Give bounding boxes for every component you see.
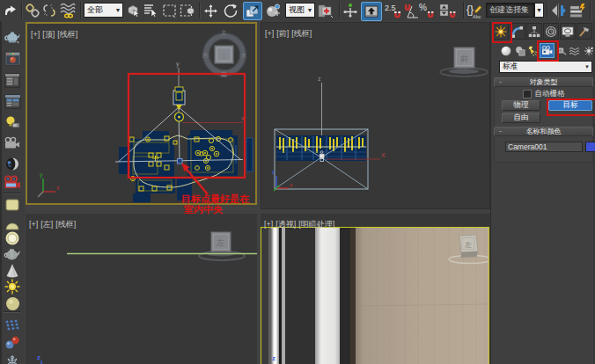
select-and-manipulate-icon[interactable] — [265, 3, 283, 18]
axis-tripod: y x — [38, 171, 60, 197]
chevron-down-icon[interactable]: ▼ — [534, 3, 544, 18]
viewport-menu-plus[interactable]: [+] — [29, 220, 38, 229]
select-and-rotate-icon[interactable] — [223, 3, 239, 18]
snap-toggle-2.5d-icon[interactable]: 2.5 — [384, 3, 403, 18]
bone-icon[interactable] — [4, 353, 21, 364]
target-button[interactable]: 目标 — [548, 100, 592, 111]
box-icon[interactable] — [4, 196, 21, 214]
percent-snap-icon[interactable]: % — [419, 3, 437, 18]
left-toolbar-separator — [4, 193, 20, 194]
reference-coordinate-dropdown[interactable]: 视图 ▼ — [285, 3, 315, 18]
camera-class-dropdown[interactable]: 标准 ▼ — [499, 61, 592, 73]
create-tab-icon — [495, 25, 507, 38]
rectangular-selection-region-icon[interactable] — [162, 3, 177, 18]
teapot-icon[interactable] — [4, 28, 21, 46]
select-object-icon[interactable] — [127, 3, 141, 18]
category-systems[interactable] — [582, 44, 595, 57]
video-camera-icon[interactable] — [4, 135, 21, 152]
viewport-menu-shading[interactable]: [线框] — [57, 30, 77, 39]
viewport-left[interactable]: [+][左][线框] 左 z — [26, 214, 257, 364]
dialog-blue-icon[interactable] — [4, 92, 21, 110]
cone-icon[interactable] — [4, 262, 21, 280]
window-crossing-icon[interactable] — [180, 3, 195, 18]
viewport-menu-plus[interactable]: [+] — [264, 220, 273, 229]
viewport-menu-shading[interactable]: [明暗处理] — [298, 220, 334, 229]
viewport-menu-shading[interactable]: [线框] — [55, 220, 76, 229]
category-shapes[interactable] — [513, 44, 526, 57]
select-and-move-icon[interactable] — [203, 3, 218, 18]
category-cameras[interactable] — [540, 43, 555, 58]
category-helpers[interactable] — [555, 44, 568, 57]
viewport-menu-shading[interactable]: [线框] — [291, 29, 312, 38]
moon-sphere-icon[interactable] — [4, 155, 21, 172]
spinner-snap-icon[interactable] — [439, 3, 458, 18]
camera-name-input[interactable]: Camera001 — [505, 142, 583, 152]
align-icon[interactable] — [569, 3, 587, 18]
tab-modify[interactable] — [510, 23, 525, 40]
sphere-icon[interactable] — [4, 295, 21, 312]
particle-array-icon[interactable] — [4, 317, 21, 334]
dialog-grid-icon[interactable] — [4, 71, 21, 89]
perspective-render[interactable]: 左 z — [261, 227, 489, 364]
svg-text:y: y — [40, 171, 43, 178]
light-bulb-icon[interactable] — [4, 113, 21, 131]
viewport-menu-view[interactable]: [左] — [40, 220, 53, 229]
svg-text:z: z — [272, 169, 275, 175]
lights-icon — [528, 46, 540, 56]
select-and-place-icon[interactable] — [342, 3, 358, 18]
category-lights[interactable] — [527, 44, 540, 57]
viewport-menu-view[interactable]: [前] — [276, 29, 289, 38]
free-button[interactable]: 自由 — [502, 113, 540, 123]
svg-text:%: % — [419, 3, 427, 12]
mirror-icon[interactable] — [551, 3, 567, 18]
viewport-area: [+][顶][线框] 顶 南 西 东 北 y — [25, 21, 491, 364]
viewcube-left[interactable]: 左 — [199, 232, 245, 260]
rollout-name-color-header[interactable]: - 名称和颜色 — [494, 127, 593, 136]
viewport-menu-view[interactable]: [顶] — [42, 30, 55, 39]
rollout-object-type-header[interactable]: - 对象类型 — [494, 77, 593, 87]
viewport-perspective[interactable]: [+][透视][明暗处理] — [261, 214, 490, 364]
angle-snap-icon[interactable] — [404, 3, 419, 18]
tab-create[interactable] — [493, 23, 509, 40]
viewcube-front[interactable]: 前 — [440, 47, 488, 76]
selection-filter-dropdown[interactable]: 全部 ▼ — [84, 3, 123, 18]
unlink-selection-icon[interactable] — [42, 3, 56, 18]
bind-to-spacewarp-icon[interactable] — [59, 3, 77, 18]
named-selection-set-dropdown[interactable]: 创建选择集 — [486, 3, 534, 18]
viewport-front-label: [+][前][线框] — [265, 28, 314, 40]
molecule-icon[interactable] — [4, 334, 21, 352]
spacewarps-icon — [569, 47, 580, 55]
viewport-menu-plus[interactable]: [+] — [265, 29, 274, 38]
edit-named-selection-sets-icon[interactable]: {} Abc — [466, 3, 483, 18]
category-geometry[interactable] — [499, 44, 512, 57]
tab-display[interactable] — [560, 23, 576, 40]
collapse-icon[interactable]: - — [497, 79, 503, 85]
object-color-swatch[interactable] — [585, 142, 595, 152]
select-by-name-icon[interactable] — [143, 3, 158, 18]
use-center-icon[interactable] — [318, 3, 335, 18]
category-spacewarps[interactable] — [568, 44, 581, 57]
viewport-menu-plus[interactable]: [+] — [31, 30, 40, 39]
teapot-wire-icon[interactable] — [4, 245, 21, 263]
svg-text:y: y — [176, 61, 180, 68]
select-and-link-icon[interactable] — [26, 3, 40, 18]
red-camera-icon[interactable] — [4, 173, 21, 191]
tab-utilities[interactable] — [577, 23, 592, 40]
svg-text:前: 前 — [460, 55, 468, 63]
physical-button[interactable]: 物理 — [502, 100, 540, 111]
redo-arrow-icon[interactable] — [4, 3, 18, 18]
collapse-icon[interactable]: - — [497, 128, 503, 135]
viewport-front[interactable]: [+][前][线框] 前 z — [261, 22, 490, 209]
viewcube-top[interactable]: 顶 南 西 东 北 — [202, 29, 246, 77]
viewport-menu-view[interactable]: [透视] — [275, 220, 296, 229]
front-viewport-scene: 前 z — [261, 23, 489, 208]
tab-motion[interactable] — [543, 23, 559, 40]
tab-hierarchy[interactable] — [526, 23, 542, 40]
viewport-top[interactable]: [+][顶][线框] 顶 南 西 东 北 y — [26, 22, 257, 205]
ring-sphere-icon[interactable] — [4, 229, 21, 247]
sun-icon[interactable] — [4, 278, 21, 295]
render-window-icon[interactable] — [4, 49, 21, 67]
autogrid-checkbox[interactable] — [523, 90, 532, 98]
keyboard-override-toggle-icon[interactable] — [361, 2, 382, 21]
select-and-scale-icon[interactable] — [243, 2, 262, 20]
